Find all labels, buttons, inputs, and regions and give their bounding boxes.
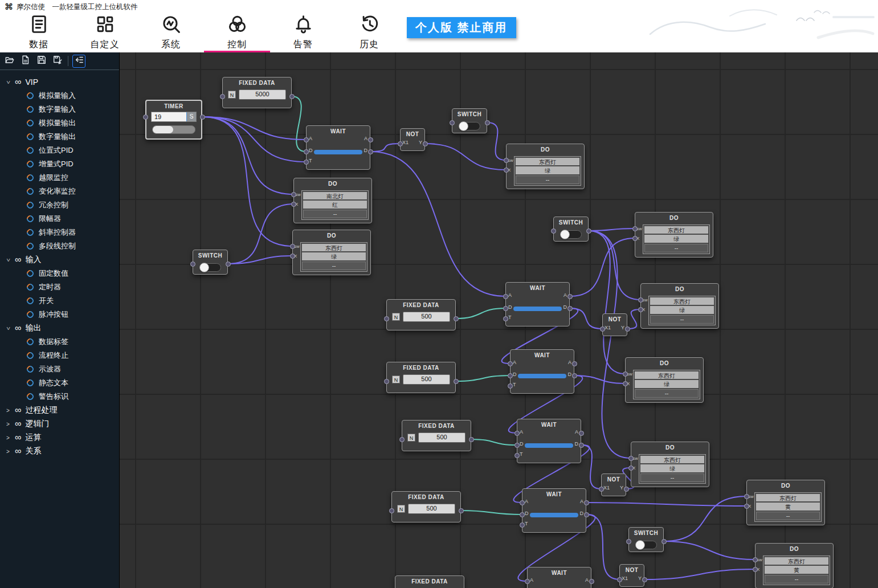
tab-control[interactable]: 控制 (204, 13, 270, 52)
tree-item[interactable]: 多段线控制 (0, 239, 119, 253)
switch-knob[interactable] (560, 230, 570, 239)
port-do8-L0[interactable] (744, 494, 749, 499)
node-not3[interactable]: NOTX1Y (601, 473, 626, 496)
port-wait3-R0[interactable] (572, 361, 577, 366)
port-do7-L1[interactable] (628, 466, 634, 471)
tree-item[interactable]: 越限监控 (0, 171, 119, 185)
tab-data[interactable]: 数据 (6, 13, 72, 52)
port-wait4-R0[interactable] (579, 431, 584, 436)
node-wait1[interactable]: WAITADTAD (306, 125, 370, 170)
switch-toggle[interactable] (635, 541, 657, 549)
port-fd5-R0[interactable] (459, 508, 464, 513)
port-wait4-R1[interactable] (579, 443, 584, 448)
fixed-data-value[interactable]: 500 (403, 312, 450, 322)
port-wait2-L0[interactable] (503, 294, 508, 299)
port-wait4-L1[interactable] (514, 443, 520, 448)
tree-item[interactable]: 增量式PID (0, 157, 119, 171)
tree-group-逻辑门[interactable]: >∞逻辑门 (0, 417, 119, 431)
node-wait2[interactable]: WAITADTAD (505, 282, 570, 326)
node-timer1[interactable]: TIMER19S (145, 100, 202, 140)
port-fd4-L0[interactable] (399, 437, 405, 442)
tree-item[interactable]: 数字量输出 (0, 130, 119, 144)
port-timer1-L0[interactable] (143, 115, 148, 120)
port-do8-L1[interactable] (744, 504, 749, 509)
switch-knob[interactable] (199, 263, 209, 272)
port-not4-R0[interactable] (642, 577, 647, 582)
port-not3-R0[interactable] (624, 487, 629, 492)
port-wait2-R1[interactable] (567, 306, 573, 311)
port-do9-L1[interactable] (753, 567, 758, 572)
flow-canvas[interactable]: TIMER19SFIXED DATAN5000WAITADTADNOTX1YSW… (120, 52, 878, 588)
port-not2-R0[interactable] (625, 326, 630, 332)
fixed-data-value[interactable]: 5000 (239, 89, 286, 100)
node-do1[interactable]: DOswX东西灯绿-- (506, 144, 585, 189)
node-not2[interactable]: NOTX1Y (602, 313, 627, 336)
node-do9[interactable]: DOswX东西灯黄-- (755, 543, 834, 588)
tree-group-关系[interactable]: >∞关系 (0, 444, 119, 458)
port-switch4-R0[interactable] (661, 539, 667, 544)
port-wait1-L0[interactable] (304, 137, 309, 142)
tree-group-输入[interactable]: >∞输入 (0, 253, 119, 267)
tree-item[interactable]: 定时器 (0, 280, 119, 294)
save-button[interactable] (35, 55, 48, 68)
port-wait2-L2[interactable] (503, 316, 508, 321)
port-switch2-L0[interactable] (190, 262, 195, 267)
node-do7[interactable]: DOswX东西灯绿-- (631, 442, 709, 487)
port-wait6-R0[interactable] (589, 579, 594, 584)
tab-history[interactable]: 历史 (336, 13, 402, 52)
port-fd3-L0[interactable] (384, 379, 389, 384)
port-do2-L1[interactable] (291, 202, 296, 207)
port-timer1-R0[interactable] (200, 115, 205, 120)
port-do1-L0[interactable] (504, 158, 509, 163)
port-do6-L1[interactable] (623, 381, 628, 386)
port-switch1-L0[interactable] (450, 120, 455, 125)
node-wait6[interactable]: WAITADTAD (527, 567, 591, 588)
timer-unit-button[interactable]: S (186, 112, 196, 121)
port-wait4-L0[interactable] (514, 431, 520, 436)
port-do5-L1[interactable] (638, 307, 643, 312)
timer-value-box[interactable]: 19S (151, 112, 197, 122)
port-do3-L0[interactable] (290, 244, 295, 249)
switch-knob[interactable] (459, 121, 468, 131)
port-not4-L0[interactable] (617, 577, 622, 582)
node-do3[interactable]: DOswX东西灯绿-- (292, 230, 371, 275)
node-do2[interactable]: DOswX南北灯红-- (293, 178, 372, 223)
tree-item[interactable]: 流程终止 (0, 349, 119, 362)
switch-toggle[interactable] (459, 122, 480, 130)
port-switch3-L0[interactable] (551, 228, 556, 234)
port-wait5-R1[interactable] (584, 512, 589, 517)
port-do4-L0[interactable] (632, 226, 638, 231)
node-not4[interactable]: NOTX1Y (619, 564, 644, 587)
tree-item[interactable]: 斜率控制器 (0, 226, 119, 239)
tree-item[interactable]: 固定数值 (0, 267, 119, 280)
switch-toggle[interactable] (199, 263, 221, 272)
port-wait1-L2[interactable] (304, 160, 309, 165)
node-do6[interactable]: DOswX东西灯绿-- (625, 357, 704, 403)
tree-group-运算[interactable]: >∞运算 (0, 431, 119, 444)
port-fd5-L0[interactable] (389, 508, 394, 513)
port-not1-L0[interactable] (398, 141, 403, 146)
port-switch4-L0[interactable] (626, 539, 631, 544)
export-button[interactable] (19, 55, 32, 68)
collapse-button[interactable] (72, 55, 85, 68)
tree-group-VIP[interactable]: >∞VIP (0, 75, 119, 89)
fixed-data-value[interactable]: 500 (403, 374, 450, 385)
node-do8[interactable]: DOswX东西灯黄-- (746, 480, 825, 525)
port-do5-L0[interactable] (638, 297, 643, 303)
port-fd2-L0[interactable] (384, 316, 389, 321)
timer-value[interactable]: 19 (152, 112, 186, 121)
node-do5[interactable]: DOswX东西灯绿-- (640, 283, 719, 329)
port-wait1-L1[interactable] (304, 149, 309, 154)
node-fd3[interactable]: FIXED DATAN500 (386, 362, 456, 393)
port-wait6-L0[interactable] (525, 579, 530, 584)
port-fd3-R0[interactable] (454, 379, 459, 384)
node-do4[interactable]: DOswX东西灯绿-- (635, 212, 713, 258)
port-do9-L0[interactable] (753, 557, 758, 562)
tab-system[interactable]: 系统 (138, 13, 204, 52)
switch-knob[interactable] (635, 540, 645, 550)
tree-item[interactable]: 位置式PID (0, 144, 119, 157)
tree-item[interactable]: 数字量输入 (0, 103, 119, 116)
node-fd2[interactable]: FIXED DATAN500 (386, 299, 456, 330)
tree-group-过程处理[interactable]: >∞过程处理 (0, 403, 119, 417)
port-wait3-L0[interactable] (508, 361, 513, 366)
